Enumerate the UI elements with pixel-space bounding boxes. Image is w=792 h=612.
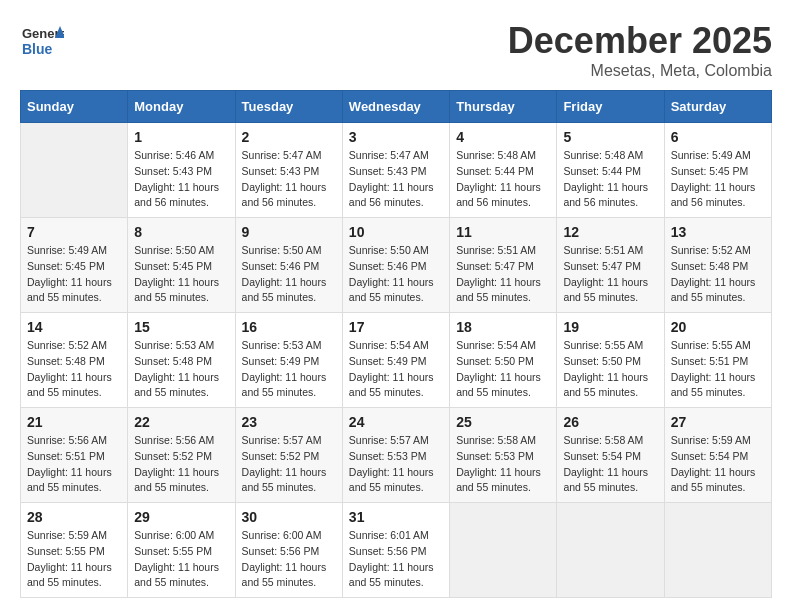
day-cell: 29Sunrise: 6:00 AMSunset: 5:55 PMDayligh… [128, 503, 235, 598]
day-cell: 20Sunrise: 5:55 AMSunset: 5:51 PMDayligh… [664, 313, 771, 408]
day-info: Sunrise: 5:48 AMSunset: 5:44 PMDaylight:… [456, 148, 550, 211]
col-header-thursday: Thursday [450, 91, 557, 123]
day-number: 7 [27, 224, 121, 240]
day-number: 26 [563, 414, 657, 430]
day-number: 6 [671, 129, 765, 145]
day-info: Sunrise: 5:46 AMSunset: 5:43 PMDaylight:… [134, 148, 228, 211]
day-info: Sunrise: 5:51 AMSunset: 5:47 PMDaylight:… [456, 243, 550, 306]
day-number: 31 [349, 509, 443, 525]
day-cell: 26Sunrise: 5:58 AMSunset: 5:54 PMDayligh… [557, 408, 664, 503]
week-row-3: 14Sunrise: 5:52 AMSunset: 5:48 PMDayligh… [21, 313, 772, 408]
day-cell: 7Sunrise: 5:49 AMSunset: 5:45 PMDaylight… [21, 218, 128, 313]
day-number: 4 [456, 129, 550, 145]
day-cell: 5Sunrise: 5:48 AMSunset: 5:44 PMDaylight… [557, 123, 664, 218]
day-cell: 13Sunrise: 5:52 AMSunset: 5:48 PMDayligh… [664, 218, 771, 313]
day-cell: 28Sunrise: 5:59 AMSunset: 5:55 PMDayligh… [21, 503, 128, 598]
day-cell: 19Sunrise: 5:55 AMSunset: 5:50 PMDayligh… [557, 313, 664, 408]
week-row-4: 21Sunrise: 5:56 AMSunset: 5:51 PMDayligh… [21, 408, 772, 503]
col-header-friday: Friday [557, 91, 664, 123]
day-info: Sunrise: 6:00 AMSunset: 5:55 PMDaylight:… [134, 528, 228, 591]
day-cell: 22Sunrise: 5:56 AMSunset: 5:52 PMDayligh… [128, 408, 235, 503]
day-info: Sunrise: 5:49 AMSunset: 5:45 PMDaylight:… [27, 243, 121, 306]
col-header-monday: Monday [128, 91, 235, 123]
day-info: Sunrise: 5:53 AMSunset: 5:49 PMDaylight:… [242, 338, 336, 401]
day-number: 5 [563, 129, 657, 145]
week-row-2: 7Sunrise: 5:49 AMSunset: 5:45 PMDaylight… [21, 218, 772, 313]
day-cell: 21Sunrise: 5:56 AMSunset: 5:51 PMDayligh… [21, 408, 128, 503]
day-cell: 23Sunrise: 5:57 AMSunset: 5:52 PMDayligh… [235, 408, 342, 503]
day-number: 3 [349, 129, 443, 145]
day-info: Sunrise: 5:51 AMSunset: 5:47 PMDaylight:… [563, 243, 657, 306]
day-cell: 30Sunrise: 6:00 AMSunset: 5:56 PMDayligh… [235, 503, 342, 598]
day-cell: 9Sunrise: 5:50 AMSunset: 5:46 PMDaylight… [235, 218, 342, 313]
day-info: Sunrise: 6:01 AMSunset: 5:56 PMDaylight:… [349, 528, 443, 591]
day-info: Sunrise: 5:50 AMSunset: 5:46 PMDaylight:… [242, 243, 336, 306]
day-info: Sunrise: 5:56 AMSunset: 5:51 PMDaylight:… [27, 433, 121, 496]
day-info: Sunrise: 6:00 AMSunset: 5:56 PMDaylight:… [242, 528, 336, 591]
day-number: 8 [134, 224, 228, 240]
day-cell: 4Sunrise: 5:48 AMSunset: 5:44 PMDaylight… [450, 123, 557, 218]
col-header-saturday: Saturday [664, 91, 771, 123]
day-cell: 12Sunrise: 5:51 AMSunset: 5:47 PMDayligh… [557, 218, 664, 313]
title-section: December 2025 Mesetas, Meta, Colombia [508, 20, 772, 80]
day-info: Sunrise: 5:50 AMSunset: 5:45 PMDaylight:… [134, 243, 228, 306]
header-row: SundayMondayTuesdayWednesdayThursdayFrid… [21, 91, 772, 123]
day-number: 12 [563, 224, 657, 240]
day-number: 27 [671, 414, 765, 430]
day-info: Sunrise: 5:59 AMSunset: 5:54 PMDaylight:… [671, 433, 765, 496]
day-info: Sunrise: 5:58 AMSunset: 5:54 PMDaylight:… [563, 433, 657, 496]
day-info: Sunrise: 5:56 AMSunset: 5:52 PMDaylight:… [134, 433, 228, 496]
day-cell [21, 123, 128, 218]
day-number: 29 [134, 509, 228, 525]
day-number: 2 [242, 129, 336, 145]
day-number: 25 [456, 414, 550, 430]
col-header-sunday: Sunday [21, 91, 128, 123]
day-info: Sunrise: 5:52 AMSunset: 5:48 PMDaylight:… [671, 243, 765, 306]
day-cell [450, 503, 557, 598]
logo-svg: General Blue [20, 20, 64, 64]
day-cell: 3Sunrise: 5:47 AMSunset: 5:43 PMDaylight… [342, 123, 449, 218]
day-cell: 1Sunrise: 5:46 AMSunset: 5:43 PMDaylight… [128, 123, 235, 218]
day-cell: 18Sunrise: 5:54 AMSunset: 5:50 PMDayligh… [450, 313, 557, 408]
day-info: Sunrise: 5:54 AMSunset: 5:49 PMDaylight:… [349, 338, 443, 401]
day-number: 10 [349, 224, 443, 240]
day-info: Sunrise: 5:57 AMSunset: 5:53 PMDaylight:… [349, 433, 443, 496]
day-cell [664, 503, 771, 598]
day-number: 30 [242, 509, 336, 525]
day-number: 21 [27, 414, 121, 430]
week-row-5: 28Sunrise: 5:59 AMSunset: 5:55 PMDayligh… [21, 503, 772, 598]
day-cell: 25Sunrise: 5:58 AMSunset: 5:53 PMDayligh… [450, 408, 557, 503]
day-number: 19 [563, 319, 657, 335]
day-number: 18 [456, 319, 550, 335]
day-cell: 11Sunrise: 5:51 AMSunset: 5:47 PMDayligh… [450, 218, 557, 313]
day-info: Sunrise: 5:58 AMSunset: 5:53 PMDaylight:… [456, 433, 550, 496]
day-info: Sunrise: 5:49 AMSunset: 5:45 PMDaylight:… [671, 148, 765, 211]
day-info: Sunrise: 5:52 AMSunset: 5:48 PMDaylight:… [27, 338, 121, 401]
day-number: 20 [671, 319, 765, 335]
day-info: Sunrise: 5:55 AMSunset: 5:51 PMDaylight:… [671, 338, 765, 401]
day-number: 13 [671, 224, 765, 240]
day-number: 11 [456, 224, 550, 240]
day-info: Sunrise: 5:47 AMSunset: 5:43 PMDaylight:… [242, 148, 336, 211]
day-number: 22 [134, 414, 228, 430]
day-cell: 10Sunrise: 5:50 AMSunset: 5:46 PMDayligh… [342, 218, 449, 313]
day-number: 24 [349, 414, 443, 430]
day-info: Sunrise: 5:59 AMSunset: 5:55 PMDaylight:… [27, 528, 121, 591]
day-cell: 14Sunrise: 5:52 AMSunset: 5:48 PMDayligh… [21, 313, 128, 408]
day-info: Sunrise: 5:57 AMSunset: 5:52 PMDaylight:… [242, 433, 336, 496]
day-cell: 24Sunrise: 5:57 AMSunset: 5:53 PMDayligh… [342, 408, 449, 503]
month-title: December 2025 [508, 20, 772, 62]
page-header: General Blue December 2025 Mesetas, Meta… [20, 20, 772, 80]
logo: General Blue [20, 20, 64, 64]
week-row-1: 1Sunrise: 5:46 AMSunset: 5:43 PMDaylight… [21, 123, 772, 218]
svg-text:Blue: Blue [22, 41, 53, 57]
day-number: 15 [134, 319, 228, 335]
day-cell: 15Sunrise: 5:53 AMSunset: 5:48 PMDayligh… [128, 313, 235, 408]
day-info: Sunrise: 5:54 AMSunset: 5:50 PMDaylight:… [456, 338, 550, 401]
day-number: 9 [242, 224, 336, 240]
day-cell: 6Sunrise: 5:49 AMSunset: 5:45 PMDaylight… [664, 123, 771, 218]
day-info: Sunrise: 5:48 AMSunset: 5:44 PMDaylight:… [563, 148, 657, 211]
col-header-tuesday: Tuesday [235, 91, 342, 123]
day-cell: 31Sunrise: 6:01 AMSunset: 5:56 PMDayligh… [342, 503, 449, 598]
day-info: Sunrise: 5:47 AMSunset: 5:43 PMDaylight:… [349, 148, 443, 211]
